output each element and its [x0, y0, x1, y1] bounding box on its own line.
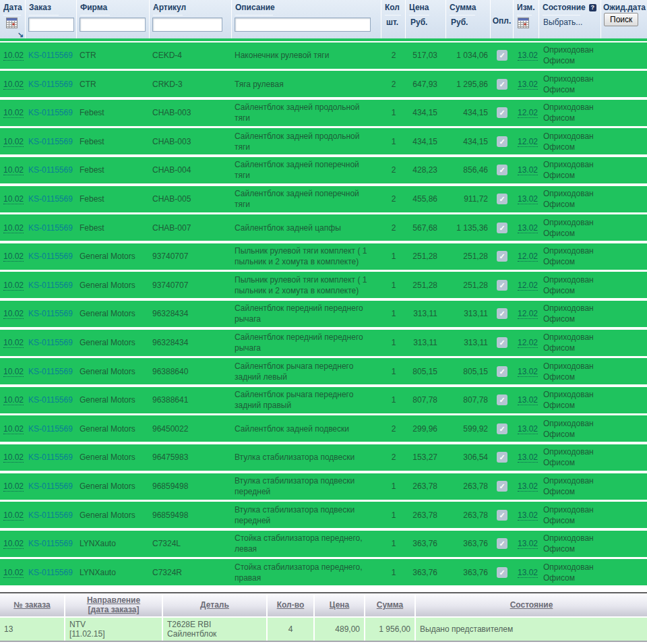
orders-label-sum[interactable]: Сумма: [377, 600, 403, 610]
status-help-icon[interactable]: ?: [589, 4, 596, 11]
description-filter-input[interactable]: [235, 18, 371, 32]
date-link[interactable]: 10.02: [3, 309, 24, 319]
order-link[interactable]: KS-0115569: [28, 510, 73, 520]
orders-column-price: Цена: [313, 593, 364, 616]
orders-label-direction[interactable]: Направление: [87, 595, 140, 605]
izm-date-link[interactable]: 13.02: [518, 80, 538, 90]
paid-checkbox[interactable]: ✓: [497, 223, 507, 233]
order-link[interactable]: KS-0115569: [28, 252, 73, 261]
izm-date-link[interactable]: 13.02: [518, 223, 538, 233]
paid-checkbox[interactable]: ✓: [497, 50, 507, 61]
izm-date-link[interactable]: 13.02: [518, 395, 538, 405]
date-link[interactable]: 10.02: [3, 137, 24, 147]
order-link[interactable]: KS-0115569: [28, 338, 73, 347]
izm-date-link[interactable]: 13.02: [518, 539, 538, 549]
firm-filter-input[interactable]: [80, 18, 146, 32]
izm-date-link[interactable]: 13.02: [518, 165, 538, 175]
paid-checkbox[interactable]: ✓: [497, 423, 507, 434]
order-link[interactable]: KS-0115569: [28, 194, 73, 204]
order-link[interactable]: KS-0115569: [28, 452, 73, 462]
search-button[interactable]: Поиск: [604, 13, 638, 26]
paid-checkbox[interactable]: ✓: [497, 366, 507, 377]
row-description-cell: Пыльник рулевой тяги комплект ( 1 пыльни…: [232, 245, 381, 267]
izm-date-link[interactable]: 12.02: [518, 252, 538, 262]
sort-direction-icon[interactable]: ↘: [18, 30, 24, 39]
date-link[interactable]: 10.02: [3, 223, 24, 233]
paid-checkbox[interactable]: ✓: [497, 567, 507, 578]
order-link[interactable]: KS-0115569: [28, 80, 73, 89]
izm-filter-calendar-button[interactable]: [518, 18, 529, 28]
order-link[interactable]: KS-0115569: [28, 165, 73, 175]
izm-date-link[interactable]: 13.02: [518, 510, 538, 521]
status-select-dropdown[interactable]: Выбрать...: [539, 18, 600, 27]
paid-checkbox[interactable]: ✓: [497, 538, 507, 549]
paid-checkbox[interactable]: ✓: [497, 481, 507, 492]
paid-checkbox[interactable]: ✓: [497, 107, 507, 118]
izm-date-link[interactable]: 12.02: [518, 108, 538, 118]
orders-row-direction: NTV [11.02.15]: [64, 618, 162, 641]
izm-date-link[interactable]: 12.02: [518, 281, 538, 291]
izm-date-link[interactable]: 13.02: [518, 51, 538, 61]
paid-checkbox[interactable]: ✓: [497, 165, 507, 175]
date-link[interactable]: 10.02: [3, 539, 24, 549]
izm-date-link[interactable]: 13.02: [518, 367, 538, 377]
paid-checkbox[interactable]: ✓: [497, 251, 507, 262]
izm-date-link[interactable]: 13.02: [518, 194, 538, 204]
order-link[interactable]: KS-0115569: [28, 51, 73, 60]
paid-checkbox[interactable]: ✓: [497, 452, 507, 463]
date-link[interactable]: 10.02: [3, 80, 24, 90]
izm-date-link[interactable]: 12.02: [518, 137, 538, 147]
order-link[interactable]: KS-0115569: [28, 309, 73, 318]
row-qty-cell: 2: [381, 423, 406, 434]
date-link[interactable]: 10.02: [3, 252, 24, 262]
order-link[interactable]: KS-0115569: [28, 367, 73, 376]
article-filter-input[interactable]: [152, 18, 222, 32]
paid-checkbox[interactable]: ✓: [497, 79, 507, 90]
orders-label-status[interactable]: Состояние: [510, 600, 553, 610]
izm-date-link[interactable]: 12.02: [518, 309, 538, 319]
date-link[interactable]: 10.02: [3, 367, 24, 377]
izm-date-link[interactable]: 13.02: [518, 424, 538, 434]
order-link[interactable]: KS-0115569: [28, 395, 73, 405]
izm-date-link[interactable]: 13.02: [518, 452, 538, 463]
date-link[interactable]: 10.02: [3, 568, 24, 578]
paid-checkbox[interactable]: ✓: [497, 194, 507, 204]
orders-label-price[interactable]: Цена: [330, 600, 350, 610]
date-link[interactable]: 10.02: [3, 481, 24, 492]
paid-checkbox[interactable]: ✓: [497, 280, 507, 291]
order-filter-input[interactable]: [28, 18, 74, 32]
date-link[interactable]: 10.02: [3, 510, 24, 521]
date-link[interactable]: 10.02: [3, 452, 24, 463]
date-link[interactable]: 10.02: [3, 108, 24, 118]
order-link[interactable]: KS-0115569: [28, 108, 73, 117]
orders-label-direction-date[interactable]: [дата заказа]: [88, 605, 140, 614]
order-link[interactable]: KS-0115569: [28, 223, 73, 233]
date-link[interactable]: 10.02: [3, 395, 24, 405]
date-filter-calendar-button[interactable]: [6, 18, 18, 28]
paid-checkbox[interactable]: ✓: [497, 337, 507, 348]
row-qty-cell: 2: [381, 194, 406, 204]
orders-label-qty[interactable]: Кол-во: [277, 600, 305, 610]
order-link[interactable]: KS-0115569: [28, 568, 73, 577]
paid-checkbox[interactable]: ✓: [497, 308, 507, 319]
date-link[interactable]: 10.02: [3, 338, 24, 348]
order-link[interactable]: KS-0115569: [28, 481, 73, 491]
izm-date-link[interactable]: 13.02: [518, 568, 538, 578]
order-link[interactable]: KS-0115569: [28, 539, 73, 548]
date-link[interactable]: 10.02: [3, 281, 24, 291]
date-link[interactable]: 10.02: [3, 424, 24, 434]
paid-checkbox[interactable]: ✓: [497, 510, 507, 521]
paid-checkbox[interactable]: ✓: [497, 394, 507, 405]
orders-label-part[interactable]: Деталь: [200, 600, 229, 610]
date-link[interactable]: 10.02: [3, 165, 24, 175]
izm-date-link[interactable]: 13.02: [518, 481, 538, 492]
order-link[interactable]: KS-0115569: [28, 424, 73, 434]
date-link[interactable]: 10.02: [3, 194, 24, 204]
row-qty-cell: 1: [381, 136, 406, 147]
izm-date-link[interactable]: 12.02: [518, 338, 538, 348]
order-link[interactable]: KS-0115569: [28, 137, 73, 146]
date-link[interactable]: 10.02: [3, 51, 24, 61]
paid-checkbox[interactable]: ✓: [497, 136, 507, 147]
order-link[interactable]: KS-0115569: [28, 281, 73, 290]
orders-label-order-no[interactable]: № заказа: [13, 600, 51, 610]
